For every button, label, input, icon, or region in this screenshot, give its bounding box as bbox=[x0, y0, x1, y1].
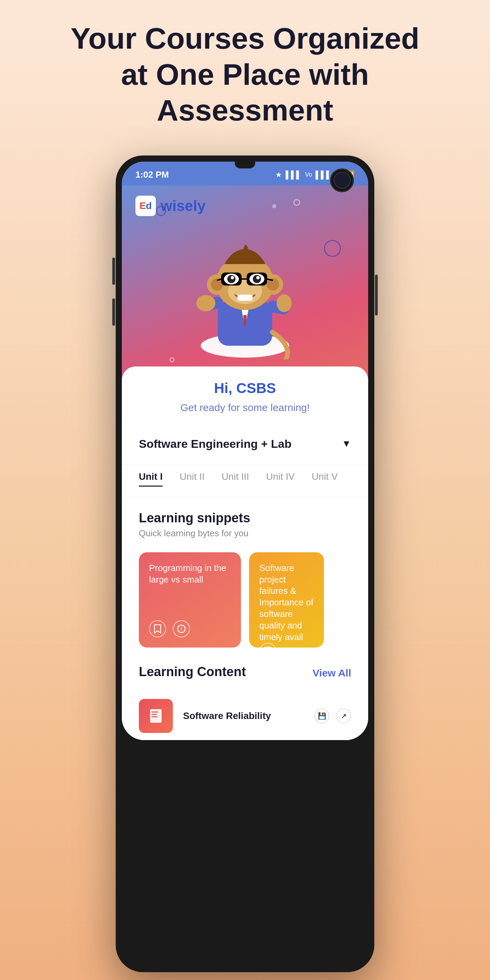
svg-point-7 bbox=[277, 294, 292, 312]
course-name-label: Software Engineering + Lab bbox=[139, 437, 292, 450]
content-icon-1a[interactable]: 💾 bbox=[314, 708, 329, 724]
content-info-1: Software Reliability bbox=[183, 711, 304, 721]
decor-dot bbox=[272, 204, 276, 208]
tab-unit-5[interactable]: Unit V bbox=[312, 471, 337, 487]
logo-letter: Ed bbox=[140, 200, 152, 211]
snippet-card-2-text: Software project failures & Importance o… bbox=[259, 563, 314, 643]
svg-point-6 bbox=[196, 295, 215, 311]
logo-icon: Ed bbox=[135, 196, 156, 216]
app-logo: Ed wisely bbox=[135, 196, 355, 216]
dropdown-arrow-icon: ▼ bbox=[342, 438, 351, 449]
content-area: Software Engineering + Lab ▼ Unit I Unit… bbox=[122, 424, 368, 740]
unit-tabs: Unit I Unit II Unit III Unit IV Unit V bbox=[122, 465, 368, 497]
view-all-button[interactable]: View All bbox=[313, 667, 351, 679]
svg-rect-28 bbox=[150, 709, 162, 723]
info-icon[interactable]: i bbox=[173, 620, 190, 637]
page-headline: Your Courses Organized at One Place with… bbox=[58, 21, 432, 128]
tab-unit-1[interactable]: Unit I bbox=[139, 471, 163, 487]
svg-rect-25 bbox=[237, 295, 253, 301]
phone-notch bbox=[235, 162, 255, 169]
monkey-mascot bbox=[187, 230, 303, 360]
greeting-subtitle: Get ready for some learning! bbox=[135, 402, 355, 414]
signal-icon: ▌▌▌ bbox=[285, 170, 301, 179]
front-camera bbox=[330, 169, 354, 192]
bluetooth-icon: ★ bbox=[275, 170, 282, 179]
svg-rect-29 bbox=[151, 711, 158, 713]
phone-screen: 1:02 PM ★ ▌▌▌ Vo ▌▌▌ Vo 📶 Ed wisely bbox=[122, 162, 368, 740]
volume-down-button bbox=[112, 298, 115, 326]
content-icon-1b[interactable]: ↗ bbox=[336, 708, 351, 724]
bookmark-icon[interactable] bbox=[149, 620, 166, 637]
snippet-card-1-icons: i bbox=[149, 620, 231, 637]
tab-unit-4[interactable]: Unit IV bbox=[266, 471, 295, 487]
status-time: 1:02 PM bbox=[135, 169, 169, 180]
content-title-1: Software Reliability bbox=[183, 711, 304, 721]
greeting-name: Hi, CSBS bbox=[135, 380, 355, 396]
app-name: wisely bbox=[161, 197, 205, 215]
content-actions-1: 💾 ↗ bbox=[314, 708, 351, 724]
svg-text:i: i bbox=[181, 626, 182, 632]
hero-banner: Ed wisely bbox=[122, 185, 368, 424]
tab-unit-2[interactable]: Unit II bbox=[180, 471, 205, 487]
snippet-card-1-text: Programming in the large vs small bbox=[149, 563, 231, 585]
snippets-title: Learning snippets bbox=[139, 511, 351, 525]
signal-icon-2: ▌▌▌ bbox=[315, 170, 331, 179]
snippets-section-header: Learning snippets Quick learning bytes f… bbox=[122, 497, 368, 542]
course-selector[interactable]: Software Engineering + Lab ▼ bbox=[122, 424, 368, 465]
decor-circle-1 bbox=[156, 206, 166, 216]
svg-point-24 bbox=[256, 276, 259, 279]
snippet-cards-container: Programming in the large vs small i bbox=[122, 542, 368, 658]
content-item-1[interactable]: Software Reliability 💾 ↗ bbox=[122, 692, 368, 740]
tab-unit-3[interactable]: Unit III bbox=[221, 471, 249, 487]
phone-frame: 1:02 PM ★ ▌▌▌ Vo ▌▌▌ Vo 📶 Ed wisely bbox=[116, 156, 374, 972]
voip-label: Vo bbox=[305, 171, 312, 178]
volume-up-button bbox=[112, 258, 115, 285]
mascot-area bbox=[135, 223, 355, 366]
content-thumb-1 bbox=[139, 699, 173, 733]
snippets-subtitle: Quick learning bytes for you bbox=[139, 528, 351, 539]
svg-rect-31 bbox=[151, 716, 158, 717]
learning-content-header: Learning Content View All bbox=[122, 658, 368, 692]
bookmark-icon-2[interactable] bbox=[259, 643, 276, 657]
decor-circle-2 bbox=[293, 199, 300, 206]
svg-rect-30 bbox=[151, 714, 157, 715]
learning-content-title: Learning Content bbox=[139, 665, 246, 679]
power-button bbox=[375, 275, 378, 315]
svg-point-23 bbox=[231, 276, 234, 279]
snippet-card-1[interactable]: Programming in the large vs small i bbox=[139, 552, 241, 648]
snippet-card-2-icons bbox=[259, 643, 314, 657]
snippet-card-2[interactable]: Software project failures & Importance o… bbox=[249, 552, 324, 648]
greeting-area: Hi, CSBS Get ready for some learning! bbox=[122, 366, 368, 424]
